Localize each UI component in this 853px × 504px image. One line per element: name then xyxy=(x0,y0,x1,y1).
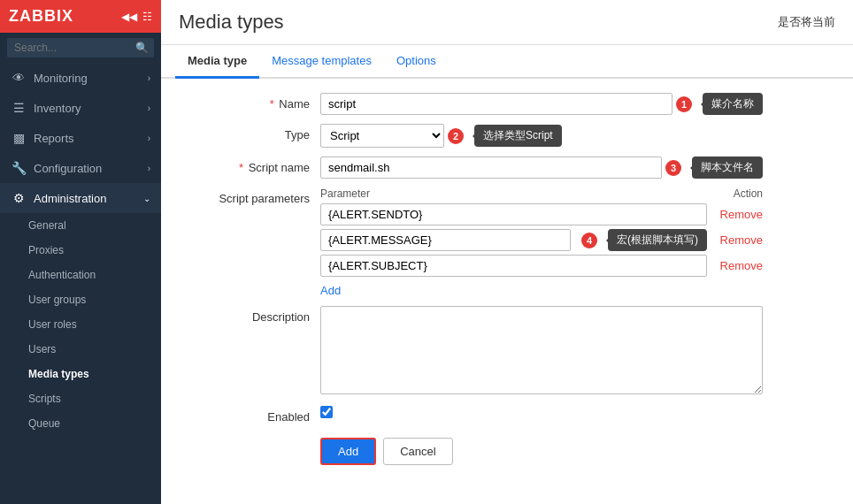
name-control: 1 媒介名称 xyxy=(320,93,763,115)
params-col-action: Action xyxy=(701,187,763,200)
sidebar-item-monitoring[interactable]: 👁 Monitoring › xyxy=(0,63,161,93)
tab-options[interactable]: Options xyxy=(384,45,449,79)
chevron-right-icon: › xyxy=(148,103,150,113)
enabled-control xyxy=(320,406,763,418)
script-params-label: Script parameters xyxy=(188,187,320,205)
script-name-row: * Script name 3 脚本文件名 xyxy=(188,157,826,179)
description-control xyxy=(320,306,763,397)
param-input-3[interactable] xyxy=(320,255,707,277)
type-label: Type xyxy=(188,124,320,141)
sidebar-item-label: Monitoring xyxy=(34,72,88,85)
remove-link-1[interactable]: Remove xyxy=(714,208,763,221)
btn-row: Add Cancel xyxy=(188,438,826,465)
sidebar-search-container: 🔍 xyxy=(0,33,161,63)
required-star: * xyxy=(270,97,274,111)
sidebar-sub-scripts[interactable]: Scripts xyxy=(0,386,161,411)
administration-icon: ⚙ xyxy=(11,191,27,205)
sidebar: ZABBIX ◀◀ ☷ 🔍 👁 Monitoring › ☰ Inventory… xyxy=(0,0,161,504)
configuration-icon: 🔧 xyxy=(11,161,27,175)
badge-2: 2 xyxy=(448,128,464,144)
chevron-right-icon: › xyxy=(148,73,150,83)
cancel-button[interactable]: Cancel xyxy=(383,438,452,465)
collapse-icon[interactable]: ◀◀ xyxy=(121,11,137,23)
inventory-icon: ☰ xyxy=(11,101,27,115)
badge-1: 1 xyxy=(676,96,692,112)
sidebar-header: ZABBIX ◀◀ ☷ xyxy=(0,0,161,33)
main-content: Media types 是否将当前 Media type Message tem… xyxy=(161,0,853,504)
main-header: Media types 是否将当前 xyxy=(161,0,853,45)
params-header: Parameter Action xyxy=(320,187,763,200)
search-icon: 🔍 xyxy=(135,42,149,54)
chevron-right-icon: › xyxy=(148,164,150,173)
sidebar-sub-authentication[interactable]: Authentication xyxy=(0,263,161,287)
sidebar-item-configuration[interactable]: 🔧 Configuration › xyxy=(0,153,161,183)
type-control: Script Email SMS Webhook 2 选择类型Script xyxy=(320,124,763,148)
name-row: * Name 1 媒介名称 xyxy=(188,93,826,115)
enabled-checkbox[interactable] xyxy=(320,406,333,418)
type-row: Type Script Email SMS Webhook 2 选择类型Scri… xyxy=(188,124,826,148)
sidebar-sub-general[interactable]: General xyxy=(0,213,161,238)
param2-tooltip: 宏(根据脚本填写) xyxy=(608,229,707,251)
description-row: Description xyxy=(188,306,826,397)
header-right-text: 是否将当前 xyxy=(778,14,835,30)
sidebar-item-label: Reports xyxy=(34,132,74,145)
page-title: Media types xyxy=(179,11,284,34)
script-name-tooltip-wrap: 3 脚本文件名 xyxy=(662,157,763,179)
chevron-right-icon: › xyxy=(148,134,150,143)
script-name-label: * Script name xyxy=(188,157,320,174)
chevron-down-icon: ⌄ xyxy=(143,194,150,203)
params-add-link[interactable]: Add xyxy=(320,284,341,297)
remove-link-3[interactable]: Remove xyxy=(714,259,763,272)
sidebar-sub-user-roles[interactable]: User roles xyxy=(0,312,161,337)
sidebar-item-inventory[interactable]: ☰ Inventory › xyxy=(0,93,161,123)
param-row-2: 4 宏(根据脚本填写) Remove xyxy=(320,229,763,251)
grid-icon[interactable]: ☷ xyxy=(142,11,152,23)
form-container: * Name 1 媒介名称 Type xyxy=(161,79,853,483)
name-label: * Name xyxy=(188,93,320,111)
param-input-1[interactable] xyxy=(320,203,707,225)
sidebar-item-label: Administration xyxy=(34,192,106,205)
tabs-bar: Media type Message templates Options xyxy=(161,45,853,79)
sidebar-item-label: Configuration xyxy=(34,162,102,175)
sidebar-item-label: Inventory xyxy=(34,102,81,115)
description-textarea[interactable] xyxy=(320,306,763,394)
tab-media-type[interactable]: Media type xyxy=(175,45,259,79)
badge-4: 4 xyxy=(581,233,597,248)
sidebar-item-reports[interactable]: ▩ Reports › xyxy=(0,123,161,153)
logo: ZABBIX xyxy=(9,7,73,26)
script-params-control: Parameter Action Remove 4 宏(根据脚本填写) xyxy=(320,187,763,297)
monitoring-icon: 👁 xyxy=(11,71,27,85)
required-star: * xyxy=(239,161,243,174)
param-row-1: Remove xyxy=(320,203,763,225)
script-name-control: 3 脚本文件名 xyxy=(320,157,763,179)
remove-link-2[interactable]: Remove xyxy=(714,233,763,247)
name-tooltip: 媒介名称 xyxy=(703,93,763,115)
description-label: Description xyxy=(188,306,320,324)
script-name-tooltip: 脚本文件名 xyxy=(692,157,763,179)
type-select[interactable]: Script Email SMS Webhook xyxy=(320,124,444,148)
sidebar-sub-proxies[interactable]: Proxies xyxy=(0,238,161,263)
sidebar-header-icons: ◀◀ ☷ xyxy=(121,11,152,23)
script-name-input[interactable] xyxy=(320,157,662,179)
reports-icon: ▩ xyxy=(11,131,27,145)
type-tooltip-wrap: 2 选择类型Script xyxy=(444,125,562,147)
sidebar-item-administration[interactable]: ⚙ Administration ⌄ xyxy=(0,183,161,213)
search-input[interactable] xyxy=(7,38,154,57)
param2-tooltip-wrap: 4 宏(根据脚本填写) xyxy=(578,229,707,251)
type-tooltip: 选择类型Script xyxy=(474,125,562,147)
name-input[interactable] xyxy=(320,93,672,115)
main-body: Media type Message templates Options * N… xyxy=(161,45,853,504)
sidebar-sub-media-types[interactable]: Media types xyxy=(0,362,161,386)
sidebar-sub-user-groups[interactable]: User groups xyxy=(0,287,161,312)
enabled-label: Enabled xyxy=(188,406,320,424)
param-row-3: Remove xyxy=(320,255,763,277)
add-button[interactable]: Add xyxy=(320,438,376,465)
enabled-row: Enabled xyxy=(188,406,826,424)
tab-message-templates[interactable]: Message templates xyxy=(259,45,384,79)
badge-3: 3 xyxy=(665,160,681,176)
script-params-row: Script parameters Parameter Action Remov… xyxy=(188,187,826,297)
name-tooltip-wrap: 1 媒介名称 xyxy=(672,93,763,115)
sidebar-sub-users[interactable]: Users xyxy=(0,337,161,362)
sidebar-sub-queue[interactable]: Queue xyxy=(0,411,161,436)
param-input-2[interactable] xyxy=(320,229,571,251)
